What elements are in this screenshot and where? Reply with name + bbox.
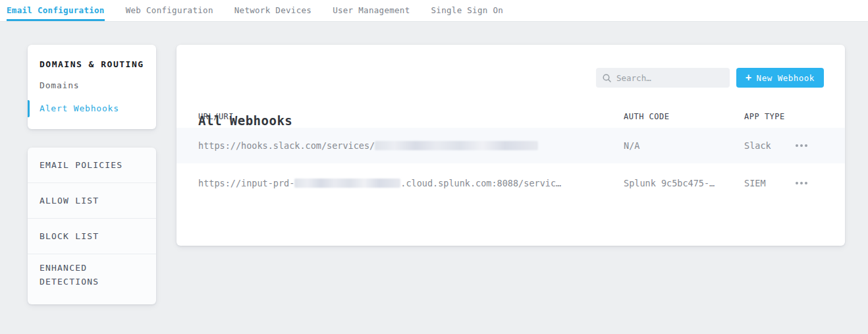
webhooks-panel: All Webhooks + New Webhook URL/URI AUTH …: [176, 45, 845, 246]
new-webhook-button[interactable]: + New Webhook: [736, 68, 824, 88]
screen: Email ConfigurationWeb ConfigurationNetw…: [0, 0, 868, 334]
top-navigation: Email ConfigurationWeb ConfigurationNetw…: [0, 0, 868, 22]
auth-code: N/A: [624, 140, 639, 151]
sidebar-item-label: EMAIL POLICIES: [40, 158, 122, 172]
url-text: https://input-prd-: [198, 178, 294, 188]
redacted-blur-block: [375, 141, 538, 150]
new-webhook-label: New Webhook: [757, 73, 815, 83]
tab-email-configuration[interactable]: Email Configuration: [7, 0, 105, 21]
row-actions-menu-icon[interactable]: [793, 140, 810, 151]
column-header-url: URL/URI: [198, 112, 234, 121]
tab-user-management[interactable]: User Management: [333, 0, 410, 21]
search-box[interactable]: [596, 68, 730, 88]
column-header-app: APP TYPE: [744, 112, 785, 121]
sidebar-item-alert-webhooks[interactable]: Alert Webhooks: [40, 102, 144, 115]
sidebar-item-label: ALLOW LIST: [40, 194, 99, 208]
auth-code: Splunk 9c5bc475-…: [624, 178, 715, 188]
sidebar-item-block-list[interactable]: BLOCK LIST: [28, 219, 156, 254]
sidebar-item-domains[interactable]: Domains: [40, 79, 144, 92]
tab-single-sign-on[interactable]: Single Sign On: [431, 0, 504, 21]
webhook-url: https://input-prd-.cloud.splunk.com:8088…: [198, 178, 561, 188]
url-text: https://hooks.slack.com/services/: [198, 140, 375, 151]
app-type: SIEM: [744, 178, 766, 188]
redacted-blur-block: [294, 179, 400, 188]
sidebar-item-label: BLOCK LIST: [40, 229, 99, 243]
active-indicator-bar: [28, 100, 30, 117]
sidebar-item-enhanced-detections[interactable]: ENHANCED DETECTIONS: [28, 254, 156, 295]
tab-network-devices[interactable]: Network Devices: [234, 0, 312, 21]
sidebar-sections-card: EMAIL POLICIESALLOW LISTBLOCK LISTENHANC…: [28, 148, 156, 304]
table-header: URL/URI AUTH CODE APP TYPE: [176, 112, 845, 128]
sidebar-item-allow-list[interactable]: ALLOW LIST: [28, 183, 156, 219]
tab-web-configuration[interactable]: Web Configuration: [126, 0, 213, 21]
app-type: Slack: [744, 140, 771, 151]
table-row: https://hooks.slack.com/services/N/ASlac…: [176, 128, 845, 163]
sidebar-item-label: ENHANCED DETECTIONS: [40, 261, 125, 289]
domains-routing-heading: DOMAINS & ROUTING: [40, 59, 144, 69]
url-text: .cloud.splunk.com:8088/servic…: [400, 178, 561, 188]
plus-icon: +: [746, 73, 752, 83]
sidebar-item-email-policies[interactable]: EMAIL POLICIES: [28, 148, 156, 183]
column-header-auth: AUTH CODE: [624, 112, 670, 121]
row-actions-menu-icon[interactable]: [793, 178, 810, 188]
sidebar-domains-routing-card: DOMAINS & ROUTING DomainsAlert Webhooks: [28, 45, 156, 129]
webhook-url: https://hooks.slack.com/services/: [198, 140, 538, 151]
search-icon: [603, 74, 611, 82]
search-input[interactable]: [616, 73, 723, 83]
table-row: https://input-prd-.cloud.splunk.com:8088…: [176, 163, 845, 202]
